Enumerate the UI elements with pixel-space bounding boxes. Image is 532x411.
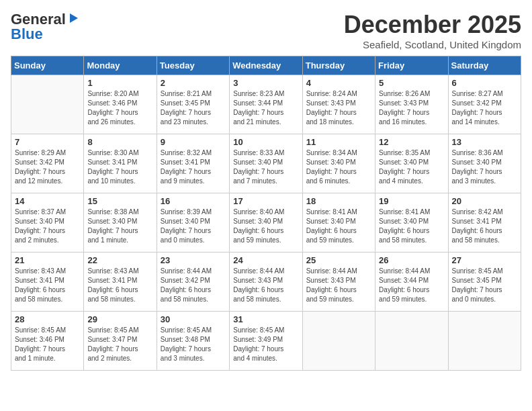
day-number: 25	[306, 255, 371, 265]
day-number: 31	[233, 314, 298, 324]
day-number: 6	[452, 78, 517, 88]
day-number: 28	[15, 314, 80, 324]
day-info: Sunrise: 8:45 AM Sunset: 3:49 PM Dayligh…	[233, 326, 298, 363]
calendar-table: SundayMondayTuesdayWednesdayThursdayFrid…	[11, 56, 521, 371]
weekday-header-saturday: Saturday	[448, 56, 521, 75]
calendar-cell: 13Sunrise: 8:36 AM Sunset: 3:40 PM Dayli…	[448, 134, 521, 193]
week-row-1: 1Sunrise: 8:20 AM Sunset: 3:46 PM Daylig…	[11, 75, 521, 134]
location: Seafield, Scotland, United Kingdom	[344, 39, 521, 50]
day-number: 2	[161, 78, 226, 88]
day-info: Sunrise: 8:37 AM Sunset: 3:40 PM Dayligh…	[15, 208, 80, 245]
day-number: 8	[87, 137, 152, 147]
calendar-cell: 9Sunrise: 8:32 AM Sunset: 3:41 PM Daylig…	[157, 134, 229, 193]
calendar-cell	[375, 312, 448, 371]
day-number: 24	[233, 255, 298, 265]
calendar-cell: 5Sunrise: 8:26 AM Sunset: 3:43 PM Daylig…	[375, 75, 448, 134]
day-number: 26	[379, 255, 444, 265]
week-row-4: 21Sunrise: 8:43 AM Sunset: 3:41 PM Dayli…	[11, 253, 521, 312]
calendar-cell: 6Sunrise: 8:27 AM Sunset: 3:42 PM Daylig…	[448, 75, 521, 134]
calendar-cell	[448, 312, 521, 371]
day-number: 5	[379, 78, 444, 88]
calendar-cell: 8Sunrise: 8:30 AM Sunset: 3:41 PM Daylig…	[84, 134, 157, 193]
day-info: Sunrise: 8:26 AM Sunset: 3:43 PM Dayligh…	[379, 89, 444, 127]
day-number: 22	[87, 255, 152, 265]
calendar-cell	[11, 75, 84, 134]
calendar-cell	[302, 312, 375, 371]
day-info: Sunrise: 8:40 AM Sunset: 3:40 PM Dayligh…	[233, 208, 298, 245]
day-number: 13	[452, 137, 517, 147]
weekday-header-sunday: Sunday	[11, 56, 84, 75]
day-info: Sunrise: 8:44 AM Sunset: 3:44 PM Dayligh…	[379, 267, 444, 304]
calendar-cell: 15Sunrise: 8:38 AM Sunset: 3:40 PM Dayli…	[84, 193, 157, 253]
calendar-cell: 21Sunrise: 8:43 AM Sunset: 3:41 PM Dayli…	[11, 253, 84, 312]
day-number: 16	[161, 196, 226, 206]
day-number: 4	[306, 78, 371, 88]
day-info: Sunrise: 8:23 AM Sunset: 3:44 PM Dayligh…	[233, 89, 298, 127]
calendar-cell: 17Sunrise: 8:40 AM Sunset: 3:40 PM Dayli…	[230, 193, 302, 253]
calendar-cell: 20Sunrise: 8:42 AM Sunset: 3:41 PM Dayli…	[448, 193, 521, 253]
day-info: Sunrise: 8:32 AM Sunset: 3:41 PM Dayligh…	[161, 148, 226, 186]
calendar-cell: 22Sunrise: 8:43 AM Sunset: 3:41 PM Dayli…	[84, 253, 157, 312]
calendar-cell: 14Sunrise: 8:37 AM Sunset: 3:40 PM Dayli…	[11, 193, 84, 253]
month-title: December 2025	[344, 11, 521, 39]
day-info: Sunrise: 8:43 AM Sunset: 3:41 PM Dayligh…	[15, 267, 80, 304]
day-number: 29	[87, 314, 152, 324]
weekday-header-thursday: Thursday	[302, 56, 375, 75]
weekday-header-wednesday: Wednesday	[230, 56, 302, 75]
day-number: 18	[306, 196, 371, 206]
calendar-cell: 27Sunrise: 8:45 AM Sunset: 3:45 PM Dayli…	[448, 253, 521, 312]
calendar-cell: 29Sunrise: 8:45 AM Sunset: 3:47 PM Dayli…	[84, 312, 157, 371]
day-info: Sunrise: 8:42 AM Sunset: 3:41 PM Dayligh…	[452, 208, 517, 245]
day-info: Sunrise: 8:29 AM Sunset: 3:42 PM Dayligh…	[15, 148, 80, 186]
calendar-cell: 3Sunrise: 8:23 AM Sunset: 3:44 PM Daylig…	[230, 75, 302, 134]
day-info: Sunrise: 8:43 AM Sunset: 3:41 PM Dayligh…	[87, 267, 152, 304]
day-info: Sunrise: 8:30 AM Sunset: 3:41 PM Dayligh…	[87, 148, 152, 186]
day-info: Sunrise: 8:45 AM Sunset: 3:46 PM Dayligh…	[15, 326, 80, 363]
day-info: Sunrise: 8:33 AM Sunset: 3:40 PM Dayligh…	[233, 148, 298, 186]
day-number: 1	[87, 78, 152, 88]
day-number: 14	[15, 196, 80, 206]
title-block: December 2025 Seafield, Scotland, United…	[344, 11, 521, 50]
day-info: Sunrise: 8:44 AM Sunset: 3:42 PM Dayligh…	[161, 267, 226, 304]
day-info: Sunrise: 8:24 AM Sunset: 3:43 PM Dayligh…	[306, 89, 371, 127]
calendar-cell: 2Sunrise: 8:21 AM Sunset: 3:45 PM Daylig…	[157, 75, 229, 134]
calendar-cell: 31Sunrise: 8:45 AM Sunset: 3:49 PM Dayli…	[230, 312, 302, 371]
weekday-header-friday: Friday	[375, 56, 448, 75]
day-number: 21	[15, 255, 80, 265]
day-number: 10	[233, 137, 298, 147]
day-info: Sunrise: 8:21 AM Sunset: 3:45 PM Dayligh…	[161, 89, 226, 127]
calendar-cell: 4Sunrise: 8:24 AM Sunset: 3:43 PM Daylig…	[302, 75, 375, 134]
day-number: 11	[306, 137, 371, 147]
day-info: Sunrise: 8:44 AM Sunset: 3:43 PM Dayligh…	[233, 267, 298, 304]
calendar-cell: 18Sunrise: 8:41 AM Sunset: 3:40 PM Dayli…	[302, 193, 375, 253]
day-info: Sunrise: 8:20 AM Sunset: 3:46 PM Dayligh…	[87, 89, 152, 127]
calendar-cell: 23Sunrise: 8:44 AM Sunset: 3:42 PM Dayli…	[157, 253, 229, 312]
day-info: Sunrise: 8:39 AM Sunset: 3:40 PM Dayligh…	[161, 208, 226, 245]
day-number: 9	[161, 137, 226, 147]
day-info: Sunrise: 8:44 AM Sunset: 3:43 PM Dayligh…	[306, 267, 371, 304]
calendar-cell: 24Sunrise: 8:44 AM Sunset: 3:43 PM Dayli…	[230, 253, 302, 312]
svg-marker-0	[70, 13, 78, 23]
day-info: Sunrise: 8:45 AM Sunset: 3:48 PM Dayligh…	[161, 326, 226, 363]
logo: General Blue	[11, 11, 79, 43]
day-number: 3	[233, 78, 298, 88]
calendar-cell: 10Sunrise: 8:33 AM Sunset: 3:40 PM Dayli…	[230, 134, 302, 193]
calendar-cell: 1Sunrise: 8:20 AM Sunset: 3:46 PM Daylig…	[84, 75, 157, 134]
calendar-cell: 30Sunrise: 8:45 AM Sunset: 3:48 PM Dayli…	[157, 312, 229, 371]
day-number: 15	[87, 196, 152, 206]
calendar-cell: 28Sunrise: 8:45 AM Sunset: 3:46 PM Dayli…	[11, 312, 84, 371]
day-info: Sunrise: 8:41 AM Sunset: 3:40 PM Dayligh…	[306, 208, 371, 245]
calendar-cell: 12Sunrise: 8:35 AM Sunset: 3:40 PM Dayli…	[375, 134, 448, 193]
day-number: 12	[379, 137, 444, 147]
day-number: 17	[233, 196, 298, 206]
day-number: 7	[15, 137, 80, 147]
calendar-cell: 7Sunrise: 8:29 AM Sunset: 3:42 PM Daylig…	[11, 134, 84, 193]
calendar-cell: 19Sunrise: 8:41 AM Sunset: 3:40 PM Dayli…	[375, 193, 448, 253]
weekday-header-row: SundayMondayTuesdayWednesdayThursdayFrid…	[11, 56, 521, 75]
week-row-2: 7Sunrise: 8:29 AM Sunset: 3:42 PM Daylig…	[11, 134, 521, 193]
day-number: 23	[161, 255, 226, 265]
day-info: Sunrise: 8:34 AM Sunset: 3:40 PM Dayligh…	[306, 148, 371, 186]
weekday-header-tuesday: Tuesday	[157, 56, 229, 75]
day-info: Sunrise: 8:41 AM Sunset: 3:40 PM Dayligh…	[379, 208, 444, 245]
day-info: Sunrise: 8:45 AM Sunset: 3:45 PM Dayligh…	[452, 267, 517, 304]
